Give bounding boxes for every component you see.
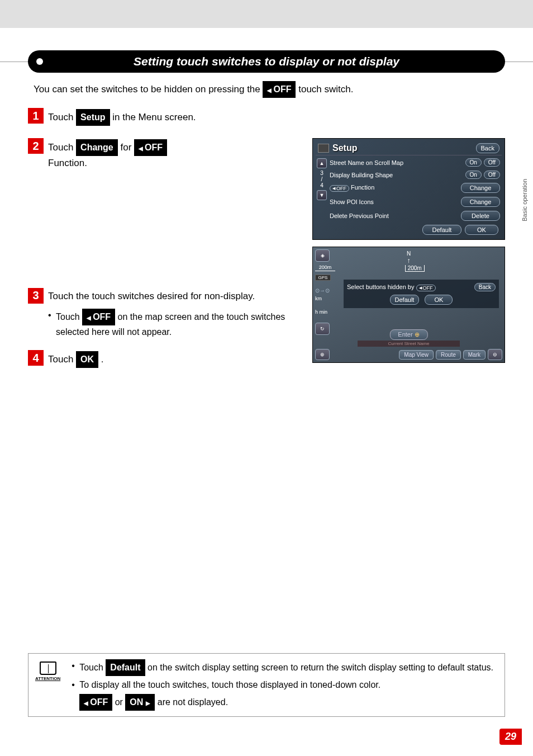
mark-button[interactable]: Mark xyxy=(463,350,486,360)
refresh-icon[interactable]: ↻ xyxy=(315,323,330,335)
direction-icon[interactable]: ◈ xyxy=(315,249,330,262)
list-icon xyxy=(318,144,329,153)
setup-screenshot: Setup Back ▲ 3 / 4 ▼ Street Name on Scro… xyxy=(312,138,505,240)
setup-row: Street Name on Scroll Map On Off xyxy=(328,157,502,168)
map-screenshot: ◈ 200m GPS ⊙→⊙ km h min ↻ N ↑ 200m xyxy=(312,247,505,363)
on-button-inline: ON xyxy=(125,694,155,711)
current-street-label: Current Street Name xyxy=(358,341,460,347)
attention-bullet-2: To display all the touch switches, touch… xyxy=(72,678,498,692)
back-button[interactable]: Back xyxy=(476,143,499,153)
change-button[interactable]: Change xyxy=(461,197,500,207)
ok-button[interactable]: OK xyxy=(425,295,453,305)
section-title-bar: Setting touch switches to display or not… xyxy=(28,50,505,73)
off-button-inline: OFF xyxy=(82,309,115,325)
intro-text: You can set the switches to be hidden on… xyxy=(34,81,499,98)
setup-row: Show POI Icons Change xyxy=(328,196,502,208)
default-button-inline: Default xyxy=(106,659,145,676)
km-label: km xyxy=(315,296,335,301)
delete-button[interactable]: Delete xyxy=(461,211,500,221)
page-indicator: 3 / 4 xyxy=(320,170,323,188)
step-text: Touch Setup in the Menu screen. xyxy=(48,112,196,122)
scroll-down-button[interactable]: ▼ xyxy=(317,190,327,200)
step-4: 4 Touch OK . xyxy=(28,350,301,368)
off-button[interactable]: Off xyxy=(484,158,500,167)
step-2: 2 Touch Change for OFF Function. xyxy=(28,138,301,171)
compass-icon: N ↑ xyxy=(407,251,411,264)
ok-button-inline: OK xyxy=(76,351,98,368)
change-button-inline: Change xyxy=(76,139,118,156)
change-button[interactable]: Change xyxy=(461,183,500,193)
step-number: 4 xyxy=(28,350,44,366)
enter-button[interactable]: Enter ⊕ xyxy=(389,329,427,340)
setup-row: Delete Previous Point Delete xyxy=(328,210,502,222)
scroll-up-button[interactable]: ▲ xyxy=(317,158,327,168)
page-content: Basic operation Setting touch switches t… xyxy=(0,28,533,756)
default-button[interactable]: Default xyxy=(390,295,420,305)
step-number: 1 xyxy=(28,108,44,124)
on-button[interactable]: On xyxy=(465,158,482,167)
gps-indicator: GPS xyxy=(315,275,331,281)
off-button-inline: OFF xyxy=(263,81,296,98)
attention-bullet-1: Touch Default on the switch display sett… xyxy=(72,659,498,676)
intro-after: touch switch. xyxy=(298,84,353,94)
off-button-inline: OFF xyxy=(79,694,112,711)
page-number: 29 xyxy=(499,729,522,745)
top-bar xyxy=(0,0,533,28)
off-pill-icon: OFF xyxy=(416,285,436,291)
step-number: 3 xyxy=(28,288,44,304)
zoom-out-icon[interactable]: ⊖ xyxy=(488,349,502,360)
hide-buttons-dialog: Select buttons hidden by OFF Back Defaul… xyxy=(344,280,499,308)
attention-box: ATTENTION Touch Default on the switch di… xyxy=(28,653,505,717)
off-button-inline: OFF xyxy=(134,139,167,156)
km-label: ⊙→⊙ xyxy=(315,287,335,294)
scale-center: 200m xyxy=(405,265,425,272)
side-tab: Basic operation xyxy=(521,179,529,221)
map-view-button[interactable]: Map View xyxy=(399,350,434,360)
book-icon xyxy=(40,662,56,675)
on-button[interactable]: On xyxy=(465,171,482,179)
back-button[interactable]: Back xyxy=(474,283,496,291)
step-3-bullet: Touch OFF on the map screen and the touc… xyxy=(48,309,301,339)
setup-button-inline: Setup xyxy=(76,109,110,126)
step-number: 2 xyxy=(28,138,44,154)
intro-before: You can set the switches to be hidden on… xyxy=(34,84,263,94)
setup-row: Display Building Shape On Off xyxy=(328,169,502,180)
off-button[interactable]: Off xyxy=(484,171,500,179)
setup-title: Setup xyxy=(332,143,473,153)
default-button[interactable]: Default xyxy=(422,225,461,235)
scale-indicator: 200m xyxy=(315,265,335,271)
off-pill-icon: OFF xyxy=(330,185,349,192)
hmin-label: h min xyxy=(315,309,335,315)
ok-button[interactable]: OK xyxy=(465,225,498,235)
attention-line-3: OFF or ON are not displayed. xyxy=(72,694,498,711)
route-button[interactable]: Route xyxy=(436,350,461,360)
step-3: 3 Touch the touch switches desired for n… xyxy=(28,288,301,339)
section-title: Setting touch switches to display or not… xyxy=(45,55,488,68)
globe-icon[interactable]: ⊕ xyxy=(315,349,330,360)
setup-row: OFF Function Change xyxy=(328,182,502,194)
attention-icon: ATTENTION xyxy=(35,659,60,681)
step-1: 1 Touch Setup in the Menu screen. xyxy=(28,108,505,126)
